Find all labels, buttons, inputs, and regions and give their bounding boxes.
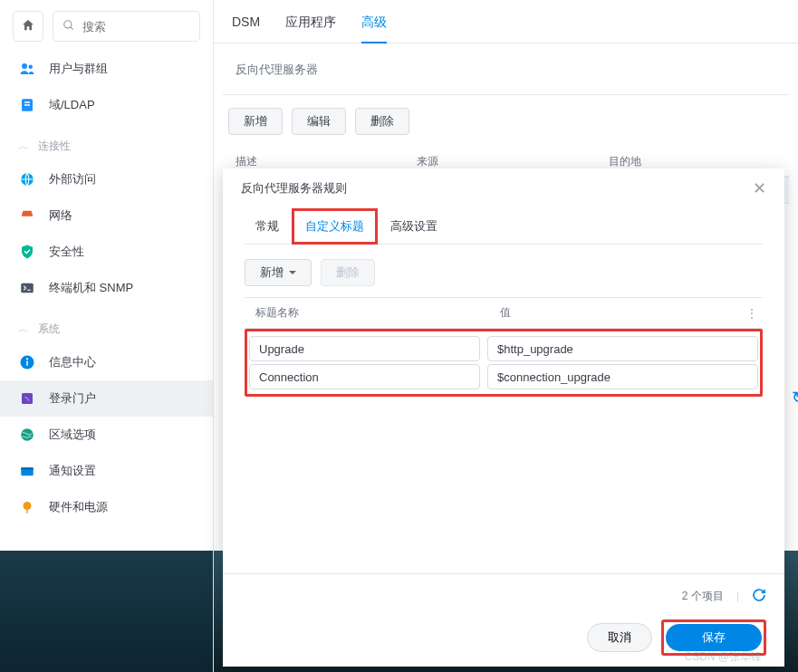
modal-tab-custom-headers[interactable]: 自定义标题 bbox=[292, 208, 378, 245]
sidebar-item-label: 登录门户 bbox=[49, 390, 96, 407]
refresh-icon[interactable] bbox=[752, 588, 766, 605]
sidebar-item[interactable]: 信息中心 bbox=[0, 344, 213, 380]
sidebar-item-label: 区域选项 bbox=[49, 427, 96, 443]
headers-table: 标题名称 值 ⋮ Upgrade$http_upgradeConnection$… bbox=[245, 297, 763, 397]
sidebar-item[interactable]: 硬件和电源 bbox=[0, 489, 213, 525]
svg-line-1 bbox=[71, 26, 73, 29]
info-icon bbox=[18, 353, 36, 371]
sidebar-item-label: 网络 bbox=[49, 207, 72, 224]
svg-rect-15 bbox=[21, 467, 34, 469]
new-button[interactable]: 新增 bbox=[228, 108, 283, 135]
external-icon bbox=[18, 170, 36, 188]
sidebar-item[interactable]: 域/LDAP bbox=[0, 87, 213, 123]
svg-point-2 bbox=[22, 63, 27, 69]
notify-icon bbox=[18, 462, 36, 480]
add-header-button[interactable]: 新增 bbox=[245, 259, 312, 286]
rules-modal: 反向代理服务器规则 ✕ 常规 自定义标题 高级设置 新增 删除 标题名称 值 ⋮… bbox=[223, 168, 784, 667]
header-value-cell[interactable]: $http_upgrade bbox=[487, 336, 758, 361]
svg-point-13 bbox=[21, 428, 34, 441]
network-icon bbox=[18, 206, 36, 225]
header-row[interactable]: Connection$connection_upgrade bbox=[249, 364, 758, 389]
col-header-value: 值 bbox=[489, 305, 741, 321]
search-input[interactable] bbox=[82, 20, 190, 34]
header-row[interactable]: Upgrade$http_upgrade bbox=[249, 336, 758, 361]
edit-button[interactable]: 编辑 bbox=[292, 108, 346, 135]
item-count: 2 个项目 bbox=[682, 589, 724, 604]
users-icon bbox=[18, 60, 36, 78]
group-connectivity[interactable]: ︿连接性 bbox=[0, 130, 213, 161]
sidebar-item[interactable]: 外部访问 bbox=[0, 161, 213, 197]
delete-button[interactable]: 删除 bbox=[355, 108, 409, 135]
sidebar-item-label: 通知设置 bbox=[49, 463, 96, 479]
close-icon[interactable]: ✕ bbox=[753, 178, 766, 198]
shield-icon bbox=[18, 243, 36, 261]
header-name-cell[interactable]: Connection bbox=[249, 364, 480, 389]
desktop-background bbox=[0, 551, 214, 672]
home-icon bbox=[21, 18, 35, 35]
region-icon bbox=[18, 426, 36, 444]
header-value-cell[interactable]: $connection_upgrade bbox=[487, 364, 758, 389]
more-icon[interactable]: ⋮ bbox=[741, 307, 763, 320]
power-icon bbox=[18, 498, 36, 516]
portal-icon bbox=[18, 389, 36, 408]
sidebar-item[interactable]: 网络 bbox=[0, 197, 213, 234]
svg-rect-17 bbox=[26, 509, 28, 514]
tab-dsm[interactable]: DSM bbox=[232, 0, 260, 43]
highlighted-rows: Upgrade$http_upgradeConnection$connectio… bbox=[245, 329, 763, 397]
sidebar-item-label: 信息中心 bbox=[49, 354, 96, 370]
svg-rect-6 bbox=[24, 104, 30, 106]
svg-rect-8 bbox=[21, 283, 34, 293]
sidebar: 用户与群组域/LDAP ︿连接性 外部访问网络安全性终端机和 SNMP ︿系统 … bbox=[0, 0, 214, 672]
svg-rect-5 bbox=[24, 101, 30, 103]
cancel-button[interactable]: 取消 bbox=[587, 623, 652, 652]
watermark: CSDN @张华锋 bbox=[684, 649, 762, 665]
chevron-up-icon: ︿ bbox=[18, 139, 29, 154]
col-header-name: 标题名称 bbox=[245, 305, 489, 321]
sidebar-item-label: 用户与群组 bbox=[49, 61, 108, 77]
save-button[interactable]: 保存 bbox=[666, 624, 762, 651]
svg-point-0 bbox=[64, 20, 72, 27]
sidebar-item[interactable]: 区域选项 bbox=[0, 417, 213, 453]
sidebar-item[interactable]: 终端机和 SNMP bbox=[0, 270, 213, 306]
search-icon bbox=[62, 19, 75, 34]
sidebar-item-label: 硬件和电源 bbox=[49, 499, 108, 515]
modal-title: 反向代理服务器规则 bbox=[241, 180, 347, 197]
header-name-cell[interactable]: Upgrade bbox=[249, 336, 480, 361]
sidebar-item[interactable]: 登录门户 bbox=[0, 380, 213, 417]
sidebar-item-label: 外部访问 bbox=[49, 171, 96, 187]
refresh-icon[interactable]: ↻ bbox=[792, 388, 798, 408]
sidebar-item[interactable]: 通知设置 bbox=[0, 453, 213, 489]
terminal-icon bbox=[18, 279, 36, 297]
panel-title: 反向代理服务器 bbox=[223, 43, 789, 95]
tab-advanced[interactable]: 高级 bbox=[361, 0, 387, 43]
sidebar-item-label: 终端机和 SNMP bbox=[49, 280, 133, 296]
svg-point-3 bbox=[29, 65, 34, 70]
svg-point-11 bbox=[26, 358, 28, 360]
domain-icon bbox=[18, 96, 36, 114]
svg-rect-10 bbox=[26, 361, 28, 366]
main-tabs: DSM 应用程序 高级 bbox=[214, 0, 798, 43]
col-description: 描述 bbox=[223, 154, 417, 169]
col-source: 来源 bbox=[417, 154, 609, 169]
search-box[interactable] bbox=[53, 11, 200, 42]
sidebar-item-label: 域/LDAP bbox=[49, 97, 95, 113]
col-dest: 目的地 bbox=[609, 154, 789, 169]
modal-tab-general[interactable]: 常规 bbox=[245, 208, 290, 245]
sidebar-item-label: 安全性 bbox=[49, 244, 84, 260]
sidebar-item[interactable]: 安全性 bbox=[0, 234, 213, 270]
tab-apps[interactable]: 应用程序 bbox=[285, 0, 336, 43]
modal-tab-advanced[interactable]: 高级设置 bbox=[380, 208, 448, 245]
group-system[interactable]: ︿系统 bbox=[0, 313, 213, 344]
sidebar-item[interactable]: 用户与群组 bbox=[0, 51, 213, 87]
delete-header-button[interactable]: 删除 bbox=[321, 259, 375, 286]
chevron-up-icon: ︿ bbox=[18, 322, 29, 337]
home-button[interactable] bbox=[13, 11, 43, 42]
